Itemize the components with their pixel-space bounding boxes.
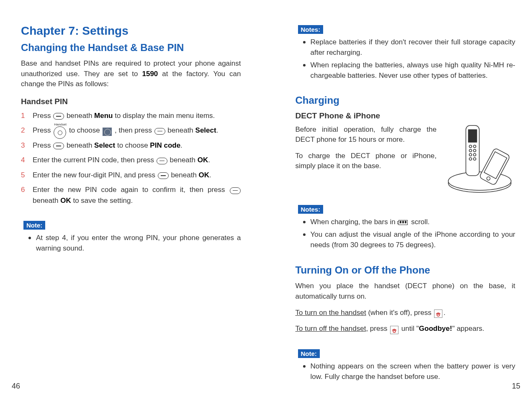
step-text: Press [33, 126, 53, 134]
step-text: , then press [113, 126, 154, 134]
notes-badge-1: Notes: [298, 25, 324, 34]
nav-key-label: Handset [54, 122, 66, 127]
softkey-icon [154, 128, 165, 135]
charging-note-item: You can adjust the visual angle of the i… [296, 230, 516, 250]
factory-pin: 1590 [142, 70, 158, 78]
svg-point-8 [469, 153, 472, 156]
step-text: . [208, 156, 210, 164]
select-label: Select [94, 141, 115, 149]
step-2: 2 Press Handset to choose , then press b… [21, 125, 241, 136]
step-text: Enter the new four-digit PIN, and press [33, 171, 157, 179]
battery-notes-list: Replace batteries if they don't recover … [296, 37, 516, 81]
svg-point-10 [469, 158, 472, 160]
step-text: Press [33, 112, 53, 120]
battery-note-item: Replace batteries if they don't recover … [296, 37, 516, 58]
svg-point-5 [473, 145, 476, 148]
note-text: scroll. [409, 218, 429, 226]
step-6: 6 Enter the new PIN code again to confir… [21, 184, 241, 206]
step-num: 2 [21, 125, 25, 136]
notes-badge-2: Notes: [298, 205, 324, 214]
svg-point-7 [473, 149, 476, 152]
step-text: to choose [67, 126, 102, 134]
step-text: beneath [64, 112, 94, 120]
step-text: Press [33, 141, 53, 149]
power-note-item: Nothing appears on the screen when the b… [296, 361, 516, 382]
pincode-label: PIN code [150, 141, 180, 149]
step-text: beneath [64, 141, 94, 149]
left-page: Chapter 7: Settings Changing the Handset… [21, 21, 241, 386]
softkey-icon [230, 187, 241, 194]
charging-notes-list: When charging, the bars in scroll. You c… [296, 217, 516, 251]
phone-base-illustration [444, 120, 515, 196]
step-num: 3 [21, 140, 25, 151]
pin-note-item: At step 4, if you enter the wrong PIN, y… [21, 233, 241, 253]
power-key-icon [434, 309, 442, 318]
turn-off-text: until " [399, 325, 419, 332]
page-number-left: 46 [12, 382, 20, 391]
step-text: Enter the new PIN code again to confirm … [33, 186, 229, 194]
charging-p2: To charge the DECT phone or iPhone, simp… [296, 151, 437, 171]
note-badge: Note: [23, 221, 45, 230]
ok-label: OK [198, 156, 208, 164]
svg-point-11 [473, 158, 476, 160]
step-3: 3 Press beneath Select to choose PIN cod… [21, 140, 241, 151]
turning-title: Turning On or Off the Phone [296, 264, 516, 276]
step-num: 5 [21, 170, 25, 181]
select-label: Select [195, 126, 216, 134]
chapter-title: Chapter 7: Settings [21, 24, 241, 38]
step-5: 5 Enter the new four-digit PIN, and pres… [21, 170, 241, 181]
step-num: 4 [21, 155, 25, 166]
pin-steps: 1 Press beneath Menu to display the main… [21, 110, 241, 206]
softkey-icon [53, 113, 64, 120]
softkey-icon [157, 158, 167, 164]
step-num: 1 [21, 110, 25, 121]
turn-on-line: To turn on the handset (when it's off), … [296, 308, 516, 318]
ok-label: OK [60, 197, 71, 205]
charging-subheading: DECT Phone & iPhone [296, 111, 516, 120]
turn-off-underline: To turn off the handset [296, 325, 366, 332]
svg-point-6 [469, 149, 472, 152]
step-text: beneath [168, 156, 198, 164]
turn-on-underline: To turn on the handset [296, 309, 366, 317]
pin-note-list: At step 4, if you enter the wrong PIN, y… [21, 233, 241, 253]
power-key-icon [390, 326, 398, 334]
battery-note-item: When replacing the batteries, always use… [296, 60, 516, 81]
step-num: 6 [21, 184, 25, 195]
svg-point-4 [469, 145, 472, 148]
pin-intro: Base and handset PINs are required to pr… [21, 59, 241, 90]
step-text: to choose [115, 141, 150, 149]
page-number-right: 15 [512, 382, 520, 391]
step-4: 4 Enter the current PIN code, then press… [21, 155, 241, 166]
softkey-icon [53, 143, 64, 149]
ok-label: OK [199, 171, 210, 179]
step-text: beneath [166, 126, 195, 134]
section-title-pin: Changing the Handset & Base PIN [21, 42, 241, 54]
step-text: to display the main menu items. [113, 112, 215, 120]
turning-intro: When you place the handset (DECT phone) … [296, 281, 516, 302]
svg-point-9 [473, 153, 476, 156]
turn-off-text: " appears. [452, 325, 484, 332]
step-text: . [216, 126, 218, 134]
svg-rect-3 [468, 130, 477, 142]
power-note-list: Nothing appears on the screen when the b… [296, 361, 516, 382]
handset-pin-heading: Handset PIN [21, 97, 241, 106]
charging-title: Charging [296, 95, 516, 106]
turn-off-text: , press [366, 325, 389, 332]
right-page: Notes: Replace batteries if they don't r… [296, 21, 516, 386]
step-text: to save the setting. [71, 197, 133, 205]
softkey-icon [158, 172, 169, 179]
svg-point-1 [448, 172, 511, 190]
turn-on-text: (when it's off), press [366, 309, 434, 317]
turn-off-line: To turn off the handset, press until "Go… [296, 324, 516, 334]
nav-key-icon: Handset [54, 126, 66, 139]
settings-screen-icon [103, 128, 112, 136]
step-text: . [209, 171, 211, 179]
step-text: . [180, 141, 182, 149]
step-text: Enter the current PIN code, then press [33, 156, 156, 164]
note-text: When charging, the bars in [311, 218, 398, 226]
step-1: 1 Press beneath Menu to display the main… [21, 110, 241, 121]
step-text: beneath [169, 171, 199, 179]
charging-note-item: When charging, the bars in scroll. [296, 217, 516, 228]
goodbye-text: Goodbye! [419, 325, 452, 332]
turn-on-text: . [443, 309, 445, 317]
